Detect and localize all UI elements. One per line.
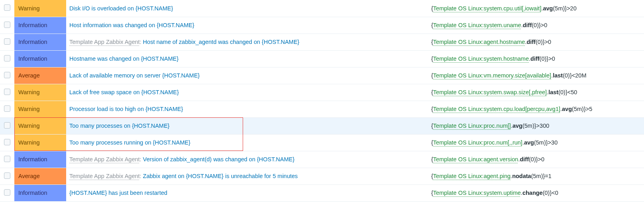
separator: : [140,156,143,162]
trigger-name-link[interactable]: Lack of free swap space on {HOST.NAME} [69,89,179,95]
expression-arg: 0 [534,22,537,28]
trigger-name-cell: Processor load is too high on {HOST.NAME… [66,101,429,117]
expression-function: avg(5m) [524,139,546,146]
expression-tail: }>20 [565,5,576,12]
row-checkbox[interactable] [4,55,10,61]
template-link[interactable]: Template App Zabbix Agent [69,39,140,45]
trigger-name-link[interactable]: Processor load is too high on {HOST.NAME… [69,106,183,112]
row-checkbox[interactable] [4,122,10,129]
severity-cell: Warning [14,117,66,134]
expression-function: diff(0) [520,156,536,162]
expression-function: last(0) [553,72,570,79]
trigger-name-cell: Too many processes on {HOST.NAME} [66,117,429,134]
expression-item-link[interactable]: Template OS Linux:system.cpu.util[,iowai… [433,5,542,12]
expression-arg: 5m [574,106,582,112]
severity-cell: Average [14,67,66,84]
expression-cell: {Template OS Linux:system.hostname.diff(… [429,50,644,67]
trigger-name-cell: Template App Zabbix Agent: Version of za… [66,151,429,168]
expression-item-link[interactable]: Template OS Linux:system.swap.size[,pfre… [433,89,547,95]
expression-function: avg(5m) [512,123,534,129]
expression-item-link[interactable]: Template OS Linux:proc.num[] [433,123,511,129]
trigger-name-link[interactable]: Host name of zabbix_agentd was changed o… [143,39,300,45]
expression-cell: {Template OS Linux:agent.version.diff(0)… [429,151,644,168]
trigger-name-link[interactable]: Version of zabbix_agent(d) was changed o… [143,156,295,162]
row-checkbox[interactable] [4,72,10,78]
trigger-name-link[interactable]: Too many processes on {HOST.NAME} [69,123,169,129]
expression-cell: {Template OS Linux:agent.hostname.diff(0… [429,34,644,50]
expression-tail: }<20M [570,72,587,79]
expression-cell: {Template OS Linux:vm.memory.size[availa… [429,67,644,84]
table-row: InformationTemplate App Zabbix Agent: Ve… [0,151,644,168]
trigger-name-cell: Disk I/O is overloaded on {HOST.NAME} [66,0,429,17]
severity-cell: Average [14,168,66,184]
expression-function: diff(0) [530,55,546,62]
trigger-name-link[interactable]: Zabbix agent on {HOST.NAME} is unreachab… [143,173,298,179]
row-checkbox[interactable] [4,172,10,179]
table-row: WarningLack of free swap space on {HOST.… [0,84,644,101]
expression-arg: 0 [545,190,548,196]
template-link[interactable]: Template App Zabbix Agent [69,173,140,179]
expression-arg: 0 [560,89,564,95]
expression-tail: }>0 [539,22,547,28]
expression-arg: 5m [536,139,544,146]
row-checkbox[interactable] [4,22,10,28]
severity-cell: Information [14,34,66,50]
template-link[interactable]: Template App Zabbix Agent [69,156,140,162]
trigger-name-link[interactable]: Hostname was changed on {HOST.NAME} [69,55,179,62]
expression-item-link[interactable]: Template OS Linux:system.cpu.load[percpu… [433,106,560,112]
expression-item-link[interactable]: Template OS Linux:agent.hostname [433,39,525,45]
expression-function: avg(5m) [562,106,584,112]
expression-arg: 0 [531,156,534,162]
table-row: AverageTemplate App Zabbix Agent: Zabbix… [0,168,644,184]
table-row: WarningProcessor load is too high on {HO… [0,101,644,117]
expression-item-link[interactable]: Template OS Linux:system.uname [433,22,521,28]
expression-item-link[interactable]: Template OS Linux:proc.num[,,run] [433,139,522,146]
expression-cell: {Template OS Linux:system.cpu.util[,iowa… [429,0,644,17]
expression-tail: }>5 [584,106,592,112]
expression-item-link[interactable]: Template OS Linux:system.hostname [433,55,529,62]
severity-cell: Information [14,50,66,67]
severity-cell: Warning [14,134,66,151]
trigger-name-link[interactable]: Disk I/O is overloaded on {HOST.NAME} [69,5,173,12]
trigger-name-cell: Template App Zabbix Agent: Zabbix agent … [66,168,429,184]
expression-function: diff(0) [523,22,539,28]
row-checkbox[interactable] [4,4,10,11]
expression-arg: 5m [533,173,541,179]
expression-function: nodata(5m) [512,173,543,179]
expression-cell: {Template OS Linux:proc.num[].avg(5m)}>3… [429,117,644,134]
expression-arg: 5m [555,5,563,12]
expression-item-link[interactable]: Template OS Linux:agent.ping [433,173,510,179]
trigger-name-link[interactable]: Lack of available memory on server {HOST… [69,72,200,79]
expression-item-link[interactable]: Template OS Linux:agent.version [433,156,518,162]
table-row: InformationHost information was changed … [0,17,644,34]
expression-tail: }>30 [546,139,558,146]
expression-arg: 0 [565,72,568,79]
trigger-name-cell: Lack of free swap space on {HOST.NAME} [66,84,429,101]
trigger-name-cell: Too many processes running on {HOST.NAME… [66,134,429,151]
row-checkbox[interactable] [4,105,10,112]
expression-arg: 0 [538,39,541,45]
row-checkbox[interactable] [4,189,10,196]
trigger-name-link[interactable]: {HOST.NAME} has just been restarted [69,190,167,196]
expression-tail: }<50 [565,89,577,95]
row-checkbox[interactable] [4,156,10,162]
table-row: WarningDisk I/O is overloaded on {HOST.N… [0,0,644,17]
row-checkbox[interactable] [4,89,10,95]
expression-tail: }>0 [546,55,555,62]
expression-cell: {Template OS Linux:system.cpu.load[percp… [429,101,644,117]
row-checkbox[interactable] [4,139,10,145]
separator: : [140,39,143,45]
expression-cell: {Template OS Linux:proc.num[,,run].avg(5… [429,134,644,151]
expression-item-link[interactable]: Template OS Linux:system.uptime [433,190,521,196]
expression-item-link[interactable]: Template OS Linux:vm.memory.size[availab… [433,72,551,79]
severity-cell: Information [14,17,66,34]
expression-tail: }>0 [543,39,551,45]
trigger-name-link[interactable]: Host information was changed on {HOST.NA… [69,22,194,28]
expression-arg: 5m [524,123,532,129]
trigger-name-link[interactable]: Too many processes running on {HOST.NAME… [69,139,190,146]
expression-function: avg(5m) [543,5,565,12]
row-checkbox[interactable] [4,38,10,45]
table-row: InformationTemplate App Zabbix Agent: Ho… [0,34,644,50]
expression-function: diff(0) [526,39,542,45]
expression-cell: {Template OS Linux:agent.ping.nodata(5m)… [429,168,644,184]
